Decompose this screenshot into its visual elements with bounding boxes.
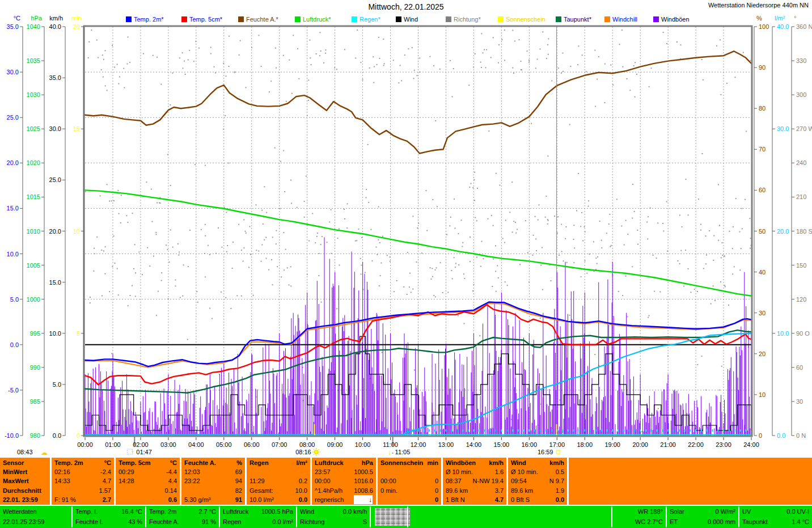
direction-dot bbox=[437, 206, 438, 207]
stats-cell-value: 1.9 bbox=[556, 486, 564, 495]
stats-row-label: 22.01. 23:59 bbox=[3, 495, 47, 504]
direction-dot bbox=[697, 364, 698, 365]
status-value: S bbox=[363, 517, 367, 527]
direction-dot bbox=[452, 96, 453, 98]
rain-tick bbox=[551, 429, 552, 432]
direction-dot bbox=[485, 67, 487, 68]
direction-dot bbox=[281, 276, 282, 277]
rain-tick bbox=[712, 429, 713, 432]
event-label-annotation: 08:43 bbox=[17, 449, 33, 455]
direction-dot bbox=[223, 129, 224, 130]
direction-dot bbox=[113, 200, 115, 201]
stats-cell-value: 1.57 bbox=[99, 486, 111, 495]
stats-cell-label: 23:57 bbox=[315, 467, 331, 476]
direction-dot bbox=[601, 247, 602, 248]
direction-dot bbox=[188, 60, 189, 61]
direction-dot bbox=[597, 256, 598, 257]
legend-swatch-windchill bbox=[604, 16, 610, 22]
direction-dot bbox=[276, 67, 277, 69]
direction-dot bbox=[493, 259, 494, 260]
direction-dot bbox=[416, 75, 417, 76]
direction-dot bbox=[127, 222, 128, 223]
stats-col-unit: °C bbox=[104, 458, 111, 467]
direction-dot bbox=[561, 224, 562, 225]
direction-dot bbox=[545, 217, 546, 218]
direction-dot bbox=[470, 261, 471, 262]
direction-dot bbox=[339, 265, 340, 266]
status-row: Regen0.0 l/m² bbox=[223, 517, 293, 527]
stats-cell-value: 0.5 bbox=[556, 467, 564, 476]
direction-dot bbox=[275, 48, 276, 49]
legend-label-windchill: Windchill bbox=[612, 16, 637, 23]
axis-label-pressure: 1015 bbox=[27, 193, 40, 200]
direction-dot bbox=[112, 45, 113, 46]
direction-dot bbox=[483, 258, 484, 259]
direction-dot bbox=[679, 214, 680, 216]
direction-dot bbox=[578, 45, 579, 47]
direction-dot bbox=[705, 263, 707, 264]
direction-dot bbox=[240, 40, 241, 41]
direction-dot bbox=[96, 40, 98, 41]
direction-dot bbox=[232, 242, 234, 243]
direction-dot bbox=[323, 62, 324, 64]
time-label: 05:00 bbox=[216, 441, 232, 448]
direction-dot bbox=[680, 44, 681, 45]
direction-dot bbox=[470, 236, 471, 238]
direction-dot bbox=[542, 31, 543, 32]
direction-dot bbox=[609, 214, 610, 215]
stats-col-unit: °C bbox=[170, 458, 177, 467]
direction-dot bbox=[367, 144, 369, 145]
axis-label-rain: 0.0 bbox=[777, 432, 785, 439]
axis-label-temp: 20.0 bbox=[7, 159, 19, 166]
direction-dot bbox=[521, 61, 522, 62]
status-label: WR 188° bbox=[638, 507, 663, 517]
stats-cell-label: 23:22 bbox=[184, 476, 200, 485]
direction-dot bbox=[331, 253, 332, 254]
direction-dot bbox=[713, 235, 714, 236]
direction-dot bbox=[153, 55, 154, 56]
stats-cell-value: 4.4 bbox=[168, 476, 177, 485]
direction-dot bbox=[382, 352, 383, 353]
direction-dot bbox=[85, 191, 86, 192]
direction-dot bbox=[360, 62, 361, 63]
direction-dot bbox=[383, 39, 384, 40]
direction-dot bbox=[663, 32, 664, 33]
direction-dot bbox=[225, 115, 226, 116]
direction-dot bbox=[394, 291, 395, 292]
direction-dot bbox=[512, 30, 513, 31]
direction-dot bbox=[622, 66, 623, 67]
direction-dot bbox=[155, 232, 157, 233]
direction-dot bbox=[283, 232, 284, 233]
stats-cell-value: 69 bbox=[235, 467, 242, 476]
direction-dot bbox=[433, 65, 434, 66]
direction-dot bbox=[498, 44, 500, 45]
stats-col-windb-en: Windböenkm/hØ 10 min.1.608:37N-NW 19.489… bbox=[441, 458, 506, 505]
time-label: 01:00 bbox=[105, 441, 121, 448]
direction-dot bbox=[624, 244, 625, 246]
direction-dot bbox=[581, 212, 582, 213]
direction-dot bbox=[750, 60, 751, 61]
direction-dot bbox=[496, 173, 497, 174]
direction-dot bbox=[720, 281, 721, 282]
stats-cell: 0 bbox=[380, 495, 438, 504]
direction-dot bbox=[371, 260, 373, 261]
stats-cell-value: 4.7 bbox=[103, 476, 111, 485]
axis-label-rain: 10.0 bbox=[777, 330, 789, 337]
direction-dot bbox=[557, 216, 559, 217]
direction-dot bbox=[502, 238, 504, 239]
direction-dot bbox=[188, 266, 189, 267]
status-label: Richtung bbox=[300, 517, 324, 527]
direction-dot bbox=[442, 292, 443, 293]
direction-dot bbox=[537, 58, 538, 60]
legend-label-windboeen: Windböen bbox=[661, 16, 690, 23]
direction-dot bbox=[528, 281, 530, 282]
stats-cell-value: 1008.6 bbox=[354, 486, 373, 495]
rain-tick bbox=[745, 429, 746, 432]
direction-dot bbox=[167, 249, 168, 250]
rain-tick bbox=[462, 429, 463, 432]
direction-dot bbox=[714, 300, 716, 301]
direction-dot bbox=[336, 308, 337, 309]
direction-dot bbox=[151, 221, 153, 222]
direction-dot bbox=[654, 291, 655, 292]
rain-tick bbox=[446, 429, 447, 432]
